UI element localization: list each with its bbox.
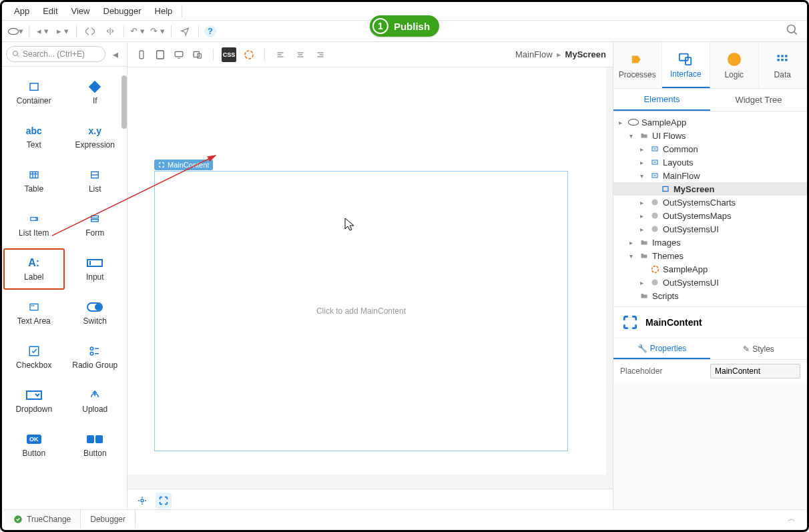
tool-text-area[interactable]: Text Area <box>3 292 65 334</box>
tool-form[interactable]: Form <box>65 204 126 246</box>
design-canvas[interactable]: MainContent Click to add MainContent <box>127 67 613 489</box>
tree-node-images[interactable]: ▸Images <box>613 236 807 249</box>
tool-input[interactable]: Input <box>65 248 126 290</box>
search-placeholder-text: Search... (Ctrl+E) <box>23 49 85 59</box>
tree-node-myscreen[interactable]: MyScreen <box>613 182 807 196</box>
svg-rect-31 <box>782 55 784 57</box>
svg-point-0 <box>788 25 796 33</box>
device-responsive-icon[interactable] <box>190 47 205 62</box>
breadcrumb-current: MyScreen <box>565 49 606 59</box>
tree-node-scripts[interactable]: Scripts <box>613 289 807 302</box>
canvas-panel: CSS MainFlow ▸ MyScreen MainContent Clic… <box>127 42 613 511</box>
status-expand-icon[interactable]: ︿ <box>778 513 805 525</box>
status-tab-debugger[interactable]: Debugger <box>81 510 136 528</box>
svg-point-29 <box>728 53 741 66</box>
prop-tab-styles[interactable]: ✎ Styles <box>710 338 807 359</box>
publish-button[interactable]: 1 Publish <box>370 15 439 37</box>
tool-text[interactable]: abcText <box>3 116 65 158</box>
tree-node-layouts[interactable]: ▸Layouts <box>613 156 807 169</box>
redo-button[interactable]: ↷ ▾ <box>150 23 166 39</box>
menu-help[interactable]: Help <box>148 2 180 21</box>
tree-node-outsystemsui[interactable]: ▸OutSystemsUI <box>613 222 807 236</box>
list-icon <box>85 168 104 182</box>
right-tab-interface[interactable]: Interface <box>662 42 711 88</box>
sub-tab-widget-tree[interactable]: Widget Tree <box>710 89 807 111</box>
placeholder-icon <box>621 314 639 331</box>
tree-node-themes[interactable]: ▾Themes <box>613 249 807 262</box>
tool-radio-group[interactable]: Radio Group <box>65 336 126 378</box>
tool-if[interactable]: If <box>65 72 126 113</box>
tool-list-item[interactable]: List Item <box>3 204 65 246</box>
svg-point-10 <box>31 306 32 306</box>
tool-checkbox[interactable]: Checkbox <box>3 336 65 378</box>
global-search-icon[interactable] <box>786 23 799 37</box>
align-right-icon[interactable] <box>313 47 328 62</box>
menu-view[interactable]: View <box>65 2 97 21</box>
compare-icon[interactable] <box>102 23 118 39</box>
svg-point-25 <box>245 51 253 59</box>
menu-app[interactable]: App <box>7 2 36 21</box>
elements-tree[interactable]: ▸SampleApp▾UI Flows▸Common▸Layouts▾MainF… <box>613 111 807 307</box>
device-tablet-icon[interactable] <box>153 47 168 62</box>
device-desktop-icon[interactable] <box>172 47 186 62</box>
preview-view-icon[interactable] <box>156 493 172 509</box>
tool-label[interactable]: A:Label <box>3 248 65 290</box>
tree-node-sampleapp[interactable]: ▸SampleApp <box>613 115 807 129</box>
toolbox-search-input[interactable]: Search... (Ctrl+E) <box>6 46 105 62</box>
placeholder-tag[interactable]: MainContent <box>154 160 213 170</box>
svg-point-11 <box>33 306 34 306</box>
svg-rect-30 <box>778 55 780 57</box>
tree-node-mainflow[interactable]: ▾MainFlow <box>613 169 807 182</box>
menu-debugger[interactable]: Debugger <box>97 2 148 21</box>
tree-node-sampleapp[interactable]: SampleApp <box>613 262 807 276</box>
tool-button[interactable]: Button <box>65 425 126 466</box>
svg-rect-33 <box>778 59 780 61</box>
tree-node-outsystemscharts[interactable]: ▸OutSystemsCharts <box>613 196 807 209</box>
status-tab-truechange-label: TrueChange <box>27 515 71 524</box>
feedback-icon[interactable] <box>177 23 193 39</box>
device-phone-icon[interactable] <box>134 47 149 62</box>
menu-edit[interactable]: Edit <box>36 2 64 21</box>
tree-node-ui-flows[interactable]: ▾UI Flows <box>613 129 807 142</box>
svg-rect-14 <box>29 347 39 356</box>
sub-tab-elements[interactable]: Elements <box>613 89 710 111</box>
placeholder-dropzone[interactable]: Click to add MainContent <box>154 171 568 451</box>
status-tab-debugger-label: Debugger <box>90 515 125 524</box>
tool-expression[interactable]: x.yExpression <box>65 116 126 158</box>
align-center-icon[interactable] <box>293 47 308 62</box>
tool-container[interactable]: Container <box>3 72 65 113</box>
textarea-icon <box>25 300 43 314</box>
property-placeholder-input[interactable] <box>710 364 800 378</box>
tool-button[interactable]: OKButton <box>3 425 65 466</box>
toolbox-scrollbar[interactable] <box>121 75 127 129</box>
tool-upload[interactable]: Upload <box>65 380 126 422</box>
module-icon[interactable]: ▾ <box>7 23 23 39</box>
collapse-toolbox-icon[interactable]: ◂ <box>108 47 123 61</box>
widgets-view-icon[interactable] <box>134 493 150 509</box>
tree-node-outsystemsui[interactable]: ▸OutSystemsUI <box>613 276 807 289</box>
prop-tab-properties[interactable]: 🔧 Properties <box>613 338 710 359</box>
nav-back-button[interactable]: ◂ ▾ <box>35 23 51 39</box>
svg-rect-2 <box>30 83 38 91</box>
tree-node-common[interactable]: ▸Common <box>613 142 807 156</box>
right-tab-data[interactable]: Data <box>759 42 808 88</box>
publish-label: Publish <box>394 21 430 32</box>
tree-node-outsystemsmaps[interactable]: ▸OutSystemsMaps <box>613 209 807 222</box>
tool-switch[interactable]: Switch <box>65 292 126 334</box>
upload-icon <box>85 388 104 403</box>
right-tab-processes[interactable]: Processes <box>613 42 662 88</box>
tool-table[interactable]: Table <box>3 160 65 202</box>
tool-dropdown[interactable]: Dropdown <box>3 380 65 422</box>
right-tab-logic[interactable]: Logic <box>710 42 759 88</box>
css-badge-icon[interactable]: CSS <box>222 47 236 62</box>
theme-circle-icon[interactable] <box>242 47 256 62</box>
align-left-icon[interactable] <box>273 47 288 62</box>
status-tab-truechange[interactable]: TrueChange <box>4 510 81 528</box>
tool-list[interactable]: List <box>65 160 126 202</box>
placeholder-tag-label: MainContent <box>168 161 209 169</box>
manage-deps-icon[interactable] <box>82 23 98 39</box>
help-icon[interactable]: ? <box>204 25 216 37</box>
nav-forward-button[interactable]: ▸ ▾ <box>55 23 71 39</box>
undo-button[interactable]: ↶ ▾ <box>129 23 146 39</box>
breadcrumb-parent[interactable]: MainFlow <box>515 49 553 59</box>
